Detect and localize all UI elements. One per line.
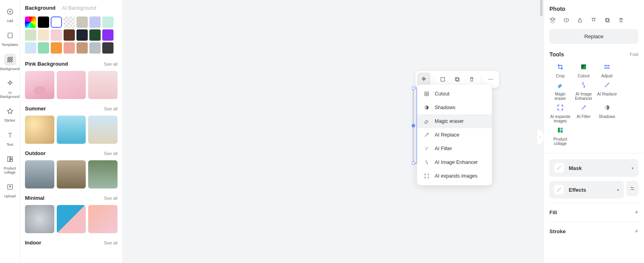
swatch-salmon[interactable] <box>64 42 75 54</box>
tool-ai-expand[interactable]: AI expands images <box>549 103 571 123</box>
toolbar-more-button[interactable] <box>484 72 497 86</box>
ctx-cutout[interactable]: Cutout <box>417 87 492 101</box>
swatch-purple[interactable] <box>102 29 114 41</box>
rail-upload[interactable]: Upload <box>1 178 19 202</box>
duplicate-icon[interactable] <box>604 17 611 23</box>
tool-ai-replace[interactable]: AI Replace <box>596 81 618 101</box>
tab-background[interactable]: Background <box>25 5 56 11</box>
layers-icon[interactable] <box>549 17 556 23</box>
see-all-indoor[interactable]: See all <box>104 240 118 245</box>
swatch-tan[interactable] <box>76 42 88 54</box>
effects-settings-button[interactable] <box>626 181 638 196</box>
swatch-gray[interactable] <box>76 17 88 28</box>
rail-product-collage[interactable]: Product collage <box>1 151 19 178</box>
toolbar-crop-button[interactable] <box>436 72 450 86</box>
thumb-minimal-3[interactable] <box>88 205 118 233</box>
swatch-steel[interactable] <box>89 42 101 54</box>
swatch-teal[interactable] <box>38 42 49 54</box>
selection-handle[interactable] <box>412 124 415 127</box>
swatch-white-selected[interactable] <box>51 17 62 28</box>
align-icon[interactable] <box>590 17 597 23</box>
ctx-magic-eraser[interactable]: Magic eraser <box>417 114 492 128</box>
thumb-pink-1[interactable] <box>25 71 54 99</box>
thumb-summer-1[interactable] <box>25 116 54 144</box>
thumb-summer-3[interactable] <box>88 116 118 144</box>
swatch-orange[interactable] <box>51 42 62 54</box>
thumb-minimal-1[interactable] <box>25 205 54 233</box>
swatch-black[interactable] <box>38 17 49 28</box>
thumb-pink-3[interactable] <box>88 71 118 99</box>
replace-button[interactable]: Replace <box>549 29 638 44</box>
tool-magic-eraser[interactable]: Magic eraser <box>549 81 571 101</box>
swatch-transparent[interactable] <box>64 17 75 28</box>
svg-rect-20 <box>608 65 609 66</box>
selection-handle[interactable] <box>412 162 415 165</box>
thumb-summer-2[interactable] <box>57 116 86 144</box>
svg-rect-22 <box>607 68 608 69</box>
see-all-summer[interactable]: See all <box>104 106 118 111</box>
fill-row[interactable]: Fill + <box>549 203 638 222</box>
thumb-outdoor-3[interactable] <box>88 160 118 188</box>
tab-ai-background[interactable]: AI Background <box>62 5 96 11</box>
toolbar-ai-button[interactable] <box>417 72 431 86</box>
stroke-row[interactable]: Stroke + <box>549 222 638 240</box>
tool-ai-enhancer[interactable]: AI Image Enhancer <box>573 81 594 101</box>
fill-label: Fill <box>549 209 557 215</box>
rail-ai-background[interactable]: AI Background <box>1 75 19 103</box>
lock-icon[interactable] <box>577 17 583 23</box>
tool-adjust[interactable]: Adjust <box>596 62 618 78</box>
swatch-dark-green[interactable] <box>89 29 101 41</box>
swatch-brown[interactable] <box>64 29 75 41</box>
rail-templates[interactable]: Templates <box>1 27 19 51</box>
swatch-pink[interactable] <box>51 29 62 41</box>
enhance-icon <box>579 81 588 89</box>
swatch-lavender[interactable] <box>89 17 101 28</box>
rail-background[interactable]: Background <box>1 51 19 75</box>
swatch-sage[interactable] <box>25 29 36 41</box>
see-all-pink[interactable]: See all <box>104 62 118 66</box>
flip-icon[interactable] <box>563 17 570 23</box>
selection-handle[interactable] <box>412 87 415 90</box>
tools-title: Tools <box>549 51 564 58</box>
ctx-ai-replace[interactable]: AI Replace <box>417 128 492 142</box>
thumb-minimal-2[interactable] <box>57 205 86 233</box>
trash-icon[interactable] <box>618 17 624 23</box>
swatch-navy[interactable] <box>76 29 88 41</box>
thumb-outdoor-2[interactable] <box>57 160 86 188</box>
collage-icon <box>4 153 16 165</box>
tool-shadows[interactable]: Shadows <box>596 103 618 123</box>
mask-label: Mask <box>569 165 632 171</box>
toolbar-delete-button[interactable] <box>465 72 479 86</box>
rail-sticker[interactable]: Sticker <box>1 103 19 126</box>
panel-collapse-handle[interactable]: ‹ <box>537 129 544 145</box>
tool-crop[interactable]: Crop <box>549 62 571 78</box>
swatch-mint[interactable] <box>102 17 114 28</box>
see-all-minimal[interactable]: See all <box>104 196 118 201</box>
toolbar-copy-button[interactable] <box>450 72 464 86</box>
tool-product-collage[interactable]: Product collage <box>549 126 571 146</box>
tool-ai-filter[interactable]: AI Filter <box>573 103 594 123</box>
thumb-pink-2[interactable] <box>57 71 86 99</box>
swatch-charcoal[interactable] <box>102 42 114 54</box>
plus-icon[interactable]: + <box>635 209 638 216</box>
ctx-ai-expand[interactable]: AI expands images <box>417 169 492 183</box>
thumb-outdoor-1[interactable] <box>25 160 54 188</box>
rail-sticker-label: Sticker <box>4 119 16 122</box>
ctx-ai-enhancer[interactable]: AI Image Enhancer <box>417 155 492 169</box>
canvas[interactable]: ‹ Cutout Shadows Magic eraser AI Rep <box>123 0 543 263</box>
rail-add[interactable]: Add <box>1 3 19 27</box>
effects-row[interactable]: Effects ▾ <box>549 181 624 199</box>
rail-text[interactable]: Text <box>1 127 19 151</box>
see-all-outdoor[interactable]: See all <box>104 151 118 156</box>
swatch-peach[interactable] <box>38 29 49 41</box>
swatch-light-blue[interactable] <box>25 42 36 54</box>
fold-link[interactable]: Fold <box>630 52 638 57</box>
swatch-color-picker[interactable] <box>25 17 36 28</box>
ctx-shadows[interactable]: Shadows <box>417 101 492 114</box>
tool-cutout[interactable]: Cutout <box>573 62 594 78</box>
canvas-scrollbar[interactable] <box>540 0 543 16</box>
mask-row[interactable]: Mask ▾ <box>549 159 638 177</box>
selection-box[interactable] <box>413 88 417 164</box>
ctx-ai-filter[interactable]: AI Filter <box>417 142 492 155</box>
plus-icon[interactable]: + <box>635 228 638 235</box>
